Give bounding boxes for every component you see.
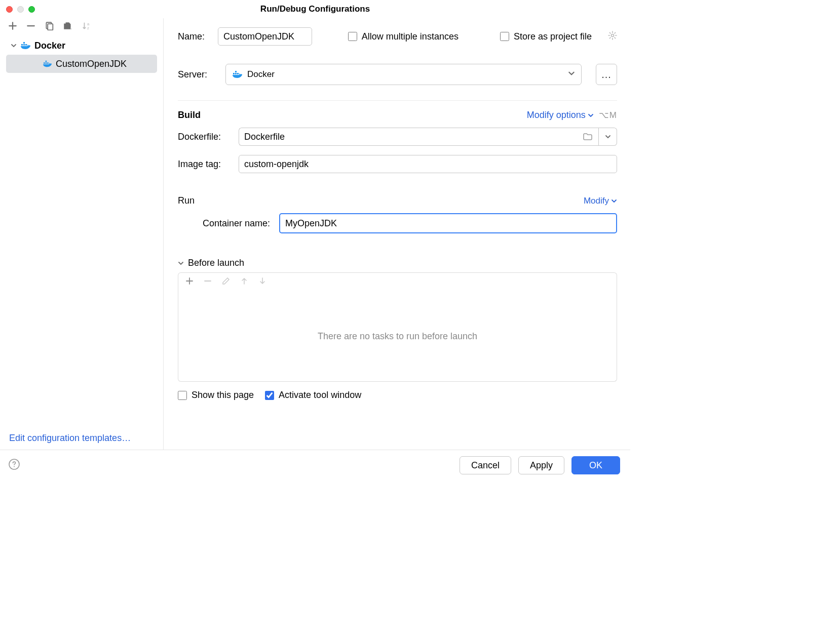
cancel-button[interactable]: Cancel <box>460 456 511 474</box>
name-row: Name: Allow multiple instances Store as … <box>178 27 617 46</box>
dialog-title: Run/Debug Configurations <box>0 4 630 14</box>
run-header: Run Modify <box>178 195 617 206</box>
run-title: Run <box>178 195 195 206</box>
move-up-icon <box>240 277 248 288</box>
chevron-down-icon <box>10 42 17 49</box>
run-section: Run Modify Container name: <box>178 182 617 243</box>
image-tag-row: Image tag: <box>178 155 617 173</box>
svg-point-2 <box>70 27 72 29</box>
container-name-label: Container name: <box>178 218 279 229</box>
show-this-page-label: Show this page <box>192 390 254 400</box>
before-launch-toolbar <box>178 272 617 292</box>
config-tree: Docker CustomOpenJDK <box>0 35 163 428</box>
edit-templates-link[interactable]: Edit configuration templates… <box>9 433 131 443</box>
activate-tool-window-checkbox[interactable]: Activate tool window <box>265 390 361 400</box>
show-this-page-input[interactable] <box>178 391 187 400</box>
name-label: Name: <box>178 31 205 42</box>
docker-icon <box>20 41 31 50</box>
before-launch-list: There are no tasks to run before launch <box>178 292 617 382</box>
main-panel: Name: Allow multiple instances Store as … <box>164 18 630 450</box>
svg-rect-14 <box>233 73 235 74</box>
dockerfile-dropdown-button[interactable] <box>599 128 617 146</box>
svg-rect-5 <box>21 44 23 46</box>
docker-icon <box>43 60 53 68</box>
dialog-body: az Docker CustomOpenJDK <box>0 18 630 450</box>
remove-task-icon <box>204 277 212 288</box>
remove-config-icon[interactable] <box>26 21 35 30</box>
allow-multiple-label: Allow multiple instances <box>362 31 459 42</box>
svg-rect-10 <box>46 62 47 64</box>
svg-point-19 <box>14 466 15 467</box>
server-row: Server: Docker ... <box>178 64 617 85</box>
activate-tool-window-input[interactable] <box>265 391 274 400</box>
apply-button[interactable]: Apply <box>518 456 564 474</box>
svg-rect-16 <box>237 73 239 74</box>
chevron-down-icon <box>588 112 594 118</box>
before-launch-header[interactable]: Before launch <box>178 258 617 268</box>
before-launch-title: Before launch <box>188 258 244 268</box>
dialog-window: Run/Debug Configurations az <box>0 0 630 481</box>
build-title: Build <box>178 110 201 121</box>
server-dropdown[interactable]: Docker <box>225 64 582 85</box>
tree-group-label: Docker <box>34 41 65 51</box>
server-selected-value: Docker <box>247 69 275 79</box>
svg-rect-7 <box>25 44 27 46</box>
name-input[interactable] <box>218 27 312 46</box>
edit-task-icon <box>222 277 230 288</box>
docker-icon <box>232 70 243 79</box>
server-label: Server: <box>178 69 216 80</box>
tree-item-label: CustomOpenJDK <box>56 59 127 69</box>
titlebar: Run/Debug Configurations <box>0 0 630 18</box>
move-down-icon <box>258 277 266 288</box>
tree-item-customopenjdk[interactable]: CustomOpenJDK <box>6 55 157 73</box>
edit-templates-link-row: Edit configuration templates… <box>0 428 163 450</box>
shortcut-hint: ⌥M <box>599 110 617 121</box>
sort-alpha-icon: az <box>82 21 92 30</box>
svg-rect-12 <box>46 61 47 62</box>
allow-multiple-input[interactable] <box>348 32 357 41</box>
add-config-icon[interactable] <box>8 21 17 30</box>
tree-group-docker[interactable]: Docker <box>0 36 163 55</box>
dockerfile-label: Dockerfile: <box>178 132 239 142</box>
chevron-down-icon <box>605 134 611 140</box>
modify-options-label: Modify options <box>527 110 586 121</box>
svg-rect-15 <box>235 73 237 74</box>
gear-icon[interactable] <box>608 31 617 43</box>
svg-rect-1 <box>48 24 53 30</box>
show-this-page-checkbox[interactable]: Show this page <box>178 390 254 400</box>
svg-rect-17 <box>235 71 237 72</box>
chevron-down-icon <box>611 198 617 204</box>
svg-rect-8 <box>23 42 25 44</box>
svg-point-13 <box>612 34 614 36</box>
dockerfile-folder-button[interactable] <box>577 128 599 146</box>
allow-multiple-checkbox[interactable]: Allow multiple instances <box>348 31 459 42</box>
ok-button[interactable]: OK <box>571 456 620 474</box>
store-as-project-file-checkbox[interactable]: Store as project file <box>500 31 592 42</box>
activate-tool-window-label: Activate tool window <box>279 390 361 400</box>
server-browse-button[interactable]: ... <box>596 64 617 85</box>
dockerfile-input[interactable] <box>239 128 577 146</box>
image-tag-input[interactable] <box>239 155 617 173</box>
before-launch-section: Before launch <box>178 258 617 382</box>
chevron-down-icon <box>568 69 575 79</box>
modify-options-link[interactable]: Modify options <box>527 110 594 121</box>
dialog-footer: Cancel Apply OK <box>0 450 630 481</box>
svg-rect-9 <box>44 62 45 64</box>
image-tag-label: Image tag: <box>178 159 239 170</box>
svg-text:z: z <box>87 26 89 30</box>
build-header: Build Modify options ⌥M <box>178 110 617 121</box>
folder-icon <box>583 133 592 141</box>
ellipsis-icon: ... <box>601 69 612 81</box>
help-icon[interactable] <box>8 458 20 473</box>
before-launch-empty-text: There are no tasks to run before launch <box>318 331 477 342</box>
chevron-down-icon <box>178 260 184 266</box>
copy-config-icon[interactable] <box>45 21 54 30</box>
modify-link[interactable]: Modify <box>584 196 617 206</box>
save-config-icon[interactable] <box>63 21 73 30</box>
add-task-icon[interactable] <box>185 277 194 288</box>
store-as-project-file-input[interactable] <box>500 32 509 41</box>
dockerfile-row: Dockerfile: <box>178 128 617 146</box>
svg-rect-6 <box>23 44 25 46</box>
svg-rect-11 <box>47 62 49 64</box>
container-name-input[interactable] <box>279 213 617 233</box>
